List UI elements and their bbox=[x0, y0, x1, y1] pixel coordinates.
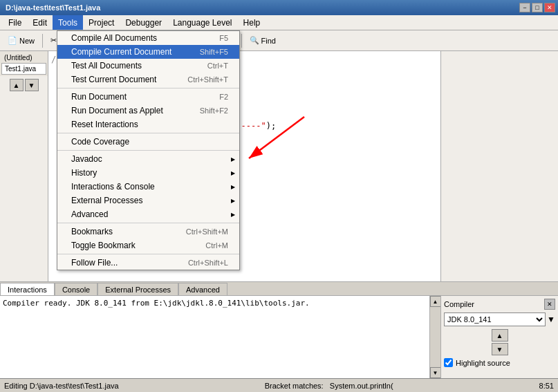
menu-run-applet[interactable]: Run Document as Applet Shift+F2 bbox=[57, 104, 239, 118]
menu-javadoc[interactable]: Javadoc bbox=[57, 152, 239, 166]
menu-reset-interactions[interactable]: Reset Interactions bbox=[57, 118, 239, 131]
menu-test-current[interactable]: Test Current Document Ctrl+Shift+T bbox=[57, 73, 239, 86]
menu-external-processes[interactable]: External Processes bbox=[57, 194, 239, 207]
dd-sep4 bbox=[57, 223, 239, 223]
menu-run-document[interactable]: Run Document F2 bbox=[57, 90, 239, 104]
dd-sep1 bbox=[57, 88, 239, 88]
menu-follow-file[interactable]: Follow File... Ctrl+Shift+L bbox=[57, 256, 239, 270]
menu-compile-all[interactable]: Compile All Documents F5 bbox=[57, 31, 239, 45]
dd-sep2 bbox=[57, 133, 239, 133]
menu-toggle-bookmark[interactable]: Toggle Bookmark Ctrl+M bbox=[57, 239, 239, 252]
menu-test-all[interactable]: Test All Documents Ctrl+T bbox=[57, 59, 239, 73]
menu-history[interactable]: History bbox=[57, 166, 239, 180]
menu-compile-current[interactable]: Compile Current Document Shift+F5 bbox=[57, 45, 239, 59]
menu-interactions-console[interactable]: Interactions & Console bbox=[57, 180, 239, 194]
menu-bookmarks[interactable]: Bookmarks Ctrl+Shift+M bbox=[57, 225, 239, 239]
tools-dropdown: Compile All Documents F5 Compile Current… bbox=[57, 30, 240, 270]
menu-code-coverage[interactable]: Code Coverage bbox=[57, 135, 239, 149]
dd-sep3 bbox=[57, 150, 239, 151]
dropdown-overlay[interactable]: Compile All Documents F5 Compile Current… bbox=[0, 0, 558, 392]
dd-sep5 bbox=[57, 254, 239, 254]
menu-advanced[interactable]: Advanced bbox=[57, 207, 239, 221]
